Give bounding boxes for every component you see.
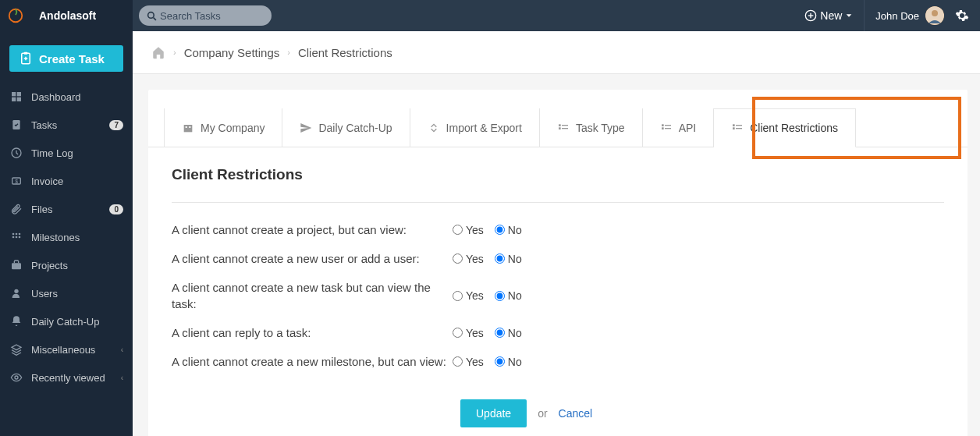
- svg-rect-32: [559, 124, 561, 126]
- create-task-label: Create Task: [39, 52, 105, 66]
- radio-no[interactable]: No: [495, 253, 522, 265]
- radio-no[interactable]: No: [495, 289, 522, 302]
- radio-yes[interactable]: Yes: [453, 224, 484, 236]
- main-content: › Company Settings › Client Restrictions…: [133, 31, 980, 436]
- radio-no[interactable]: No: [495, 224, 522, 236]
- create-task-button[interactable]: Create Task: [9, 45, 123, 72]
- svg-rect-9: [24, 52, 28, 55]
- radio-group: Yes No: [453, 253, 522, 265]
- svg-rect-31: [189, 126, 190, 128]
- tab-import-export[interactable]: Import & Export: [410, 108, 540, 147]
- chevron-right-icon: ›: [287, 48, 290, 57]
- sidebar-item-files[interactable]: Files 0: [0, 195, 133, 223]
- radio-yes[interactable]: Yes: [453, 253, 484, 265]
- radio-yes[interactable]: Yes: [453, 289, 484, 302]
- sidebar-item-label: Milestones: [31, 232, 123, 243]
- clipboard-plus-icon: [19, 51, 33, 66]
- sidebar-item-recently-viewed[interactable]: Recently viewed ‹: [0, 363, 133, 392]
- radio-group: Yes No: [453, 224, 522, 236]
- cancel-link[interactable]: Cancel: [559, 407, 593, 420]
- radio-yes[interactable]: Yes: [453, 356, 484, 368]
- sidebar-item-miscellaneous[interactable]: Miscellaneous ‹: [0, 335, 133, 363]
- svg-rect-39: [665, 128, 671, 129]
- svg-point-24: [16, 236, 18, 239]
- tab-daily-catchup[interactable]: Daily Catch-Up: [282, 108, 410, 147]
- sidebar-item-projects[interactable]: Projects: [0, 251, 133, 279]
- update-button[interactable]: Update: [460, 399, 527, 427]
- svg-point-27: [14, 289, 18, 293]
- svg-point-22: [19, 233, 21, 236]
- setting-label: A client cannot create a new user or add…: [172, 250, 453, 267]
- tab-label: Import & Export: [446, 122, 522, 134]
- search-box[interactable]: [139, 5, 272, 26]
- or-text: or: [538, 407, 547, 420]
- svg-rect-30: [186, 126, 187, 128]
- radio-group: Yes No: [453, 356, 522, 368]
- tab-api[interactable]: API: [643, 108, 715, 147]
- breadcrumb-current: Client Restrictions: [298, 46, 392, 59]
- setting-row: A client cannot create a new user or add…: [172, 244, 944, 273]
- tab-row: My Company Daily Catch-Up Import & Expor…: [148, 90, 968, 147]
- sidebar-item-label: Users: [31, 288, 123, 300]
- tab-task-type[interactable]: Task Type: [540, 108, 643, 147]
- search-input[interactable]: [160, 10, 261, 22]
- app-logo[interactable]: [0, 0, 31, 31]
- tab-my-company[interactable]: My Company: [164, 108, 282, 147]
- breadcrumb: › Company Settings › Client Restrictions: [133, 31, 980, 74]
- sidebar-item-label: Dashboard: [31, 91, 123, 103]
- sidebar-item-timelog[interactable]: Time Log: [0, 139, 133, 167]
- paperclip-icon: [9, 202, 23, 216]
- restrictions-icon: [731, 122, 744, 134]
- svg-rect-37: [665, 125, 671, 126]
- send-icon: [300, 122, 312, 134]
- search-icon: [147, 11, 157, 21]
- setting-row: A client cannot create a new task but ca…: [172, 273, 944, 318]
- new-button[interactable]: New: [804, 0, 865, 31]
- svg-point-23: [12, 236, 15, 239]
- svg-point-20: [12, 233, 15, 236]
- sidebar-item-invoice[interactable]: $ Invoice: [0, 167, 133, 195]
- tab-label: Task Type: [576, 122, 625, 134]
- sidebar-item-dashboard[interactable]: Dashboard: [0, 83, 133, 111]
- briefcase-icon: [9, 258, 23, 272]
- transfer-icon: [428, 122, 440, 134]
- user-name: John Doe: [875, 10, 919, 22]
- setting-label: A client can reply to a task:: [172, 324, 453, 341]
- radio-yes[interactable]: Yes: [453, 327, 484, 339]
- list-icon: [557, 122, 570, 134]
- layers-icon: [9, 342, 23, 356]
- grid-icon: [9, 230, 23, 244]
- action-row: Update or Cancel: [172, 399, 944, 427]
- svg-point-25: [19, 236, 21, 239]
- sidebar-item-daily-catchup[interactable]: Daily Catch-Up: [0, 307, 133, 335]
- brand-name[interactable]: Andolasoft: [31, 0, 133, 31]
- sidebar-item-label: Invoice: [31, 175, 123, 187]
- breadcrumb-link[interactable]: Company Settings: [184, 46, 280, 59]
- setting-row: A client cannot create a project, but ca…: [172, 215, 944, 244]
- radio-group: Yes No: [453, 327, 522, 339]
- sidebar-item-milestones[interactable]: Milestones: [0, 223, 133, 251]
- home-icon[interactable]: [151, 45, 165, 59]
- svg-rect-36: [662, 124, 664, 126]
- clock-icon: [9, 146, 23, 160]
- setting-row: A client cannot create a new milestone, …: [172, 347, 944, 376]
- setting-label: A client cannot create a new task but ca…: [172, 279, 453, 312]
- chevron-right-icon: ›: [173, 48, 176, 57]
- search-container: [139, 5, 272, 26]
- radio-no[interactable]: No: [495, 327, 522, 339]
- setting-label: A client cannot create a project, but ca…: [172, 222, 453, 238]
- gear-icon[interactable]: [955, 9, 969, 23]
- svg-rect-26: [12, 263, 21, 269]
- tab-client-restrictions[interactable]: Client Restrictions: [714, 108, 856, 147]
- svg-rect-12: [12, 92, 16, 96]
- radio-no[interactable]: No: [495, 356, 522, 368]
- svg-rect-34: [559, 127, 561, 129]
- svg-rect-15: [17, 97, 21, 101]
- svg-point-7: [932, 10, 938, 16]
- top-header: Andolasoft New John Doe: [0, 0, 980, 31]
- sidebar-item-tasks[interactable]: Tasks 7: [0, 111, 133, 139]
- sidebar-item-label: Tasks: [31, 119, 101, 131]
- user-icon: [9, 286, 23, 300]
- user-menu[interactable]: John Doe: [875, 6, 944, 25]
- sidebar-item-users[interactable]: Users: [0, 279, 133, 307]
